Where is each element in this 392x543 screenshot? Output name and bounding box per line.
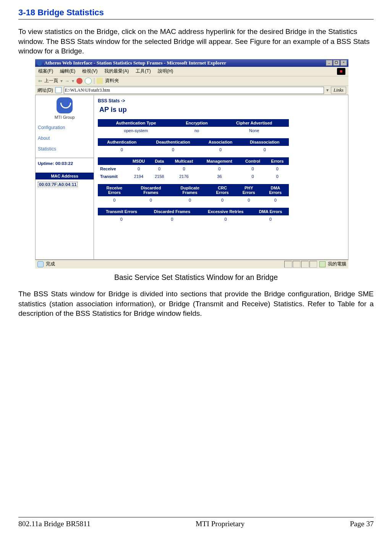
- td: no: [174, 127, 220, 134]
- menu-fav[interactable]: 我的最愛(A): [104, 68, 129, 74]
- maximize-button[interactable]: ▢: [333, 60, 340, 66]
- th-multicast: Multicast: [169, 157, 199, 165]
- back-button-label[interactable]: 上一頁: [44, 78, 58, 84]
- menu-view[interactable]: 檢視(V): [82, 68, 97, 74]
- mac-address-header: MAC Address: [36, 173, 94, 179]
- td: None: [219, 127, 289, 134]
- bss-stats-label[interactable]: BSS Stats: [98, 98, 120, 103]
- menu-tools[interactable]: 工具(T): [136, 68, 151, 74]
- links-button[interactable]: Links: [331, 87, 346, 94]
- table-rx-errors: Receive Errors Discarded Frames Duplicat…: [98, 184, 289, 204]
- th-assoc: Association: [201, 138, 241, 146]
- td: open-system: [98, 127, 174, 134]
- status-bar: 完成 我的電腦: [35, 260, 348, 268]
- close-button[interactable]: ×: [340, 60, 347, 66]
- th-data: Data: [150, 157, 169, 165]
- minimize-button[interactable]: _: [326, 60, 332, 66]
- td: 0: [98, 196, 131, 204]
- stop-icon[interactable]: [76, 78, 83, 84]
- td: 0: [266, 173, 289, 180]
- table-traffic: MSDU Data Multicast Management Control E…: [98, 157, 289, 180]
- address-input[interactable]: [64, 87, 324, 94]
- logo: MTI Group: [38, 97, 91, 120]
- td: 0: [98, 146, 146, 154]
- th-cipher: Cipher Advertised: [219, 119, 289, 127]
- th-recv-err: Receive Errors: [98, 184, 131, 196]
- status-done-label: 完成: [46, 261, 55, 267]
- th-tx-err: Transmit Errors: [98, 208, 145, 215]
- folder-button-label[interactable]: 資料夾: [105, 78, 119, 84]
- td: 0: [98, 215, 145, 223]
- menu-edit[interactable]: 編輯(E): [60, 68, 75, 74]
- td: 0: [127, 165, 150, 173]
- address-label: 網址(D): [37, 87, 53, 94]
- td: 0: [201, 146, 241, 154]
- th-msdu: MSDU: [127, 157, 150, 165]
- back-arrow-icon[interactable]: ⇦: [38, 78, 42, 84]
- page-content: MTI Group Configuration About Statistics…: [35, 95, 348, 260]
- td: 2176: [169, 173, 199, 180]
- th-dma: DMA Errors: [252, 208, 289, 215]
- menu-help[interactable]: 說明(H): [158, 68, 173, 74]
- main-content: BSS Stats -> AP is up Authentication Typ…: [94, 95, 348, 259]
- menu-file[interactable]: 檔案(F): [38, 68, 53, 74]
- td: 0: [199, 215, 252, 223]
- footer-left: 802.11a Bridge BR5811: [18, 520, 91, 528]
- row-transmit-label: Transmit: [98, 173, 127, 180]
- logo-icon: [57, 97, 73, 113]
- th-blank: [98, 157, 127, 165]
- sidebar-link-statistics[interactable]: Statistics: [38, 146, 91, 152]
- toolbar: ⇦ 上一頁 ▾ → ▾ 資料夾: [35, 76, 348, 86]
- page-icon: [55, 87, 62, 93]
- td: 0: [171, 196, 209, 204]
- th-dup: Duplicate Frames: [171, 184, 209, 196]
- address-bar: 網址(D) ▾ Links: [35, 86, 348, 95]
- forward-arrow-icon[interactable]: →: [65, 78, 70, 84]
- th-encryption: Encryption: [174, 119, 220, 127]
- folder-icon[interactable]: [97, 78, 103, 84]
- th-auth: Authentication: [98, 138, 146, 146]
- th-control: Control: [240, 157, 266, 165]
- td: 0: [131, 196, 171, 204]
- section-title: 3-18 Bridge Statistics: [18, 8, 374, 18]
- td: 0: [240, 165, 266, 173]
- status-zone-label: 我的電腦: [328, 261, 346, 267]
- td: 0: [240, 173, 266, 180]
- th-exc: Excessive Retries: [199, 208, 252, 215]
- app-icon: [37, 60, 42, 66]
- td: 36: [199, 173, 240, 180]
- sidebar-link-about[interactable]: About: [38, 136, 91, 141]
- sidebar-link-configuration[interactable]: Configuration: [38, 125, 91, 130]
- footer-right: Page 37: [350, 520, 374, 528]
- status-page-icon: [37, 261, 44, 267]
- td: 0: [169, 165, 199, 173]
- menu-bar: 檔案(F) 編輯(E) 檢視(V) 我的最愛(A) 工具(T) 說明(H): [35, 67, 348, 76]
- refresh-icon[interactable]: [85, 78, 92, 84]
- row-receive-label: Receive: [98, 165, 127, 173]
- ap-status: AP is up: [99, 106, 344, 114]
- th-phy: PHY Errors: [236, 184, 262, 196]
- figure-browser-screenshot: Atheros Web Interface - Station Statisti…: [35, 59, 348, 268]
- status-boxes: [284, 261, 317, 268]
- mac-address-link[interactable]: 00:03:7F:A0:04:11: [38, 182, 78, 187]
- td: 0: [240, 146, 289, 154]
- th-management: Management: [199, 157, 240, 165]
- td: 0: [150, 165, 169, 173]
- table-tx-errors: Transmit Errors Discarded Frames Excessi…: [98, 208, 289, 223]
- sidebar: MTI Group Configuration About Statistics…: [36, 95, 94, 259]
- footer-divider: [18, 517, 374, 517]
- uptime-label: Uptime: 00:03:22: [38, 161, 91, 166]
- body-paragraph: The BSS Stats window for Bridge is divid…: [18, 289, 374, 318]
- window-titlebar: Atheros Web Interface - Station Statisti…: [35, 59, 348, 67]
- th-crc: CRC Errors: [209, 184, 236, 196]
- th-auth-type: Authentication Type: [98, 119, 174, 127]
- th-errors: Errors: [266, 157, 289, 165]
- td: 0: [146, 146, 201, 154]
- td: 0: [199, 165, 240, 173]
- th-disc: Discarded Frames: [131, 184, 171, 196]
- th-disassoc: Disassociation: [240, 138, 289, 146]
- td: 0: [266, 165, 289, 173]
- th-disc: Discarded Frames: [145, 208, 199, 215]
- my-computer-icon: [319, 261, 326, 267]
- table-auth-encryption: Authentication Type Encryption Cipher Ad…: [98, 119, 289, 134]
